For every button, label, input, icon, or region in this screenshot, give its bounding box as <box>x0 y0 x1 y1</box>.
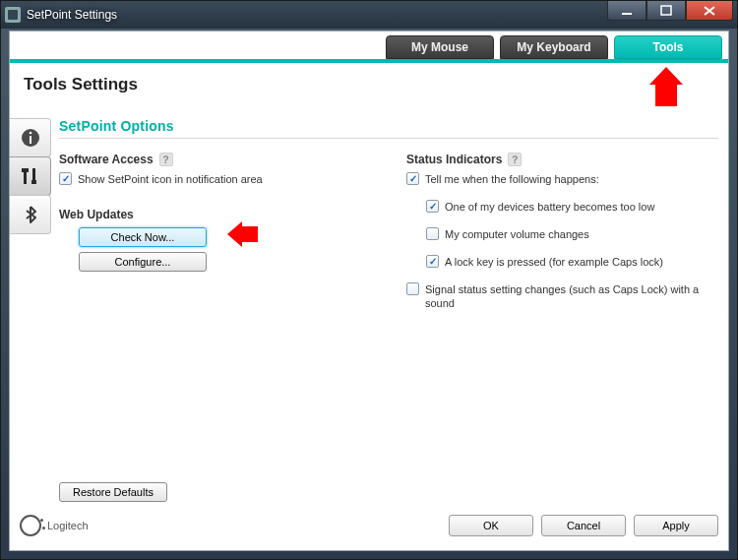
panel-subheading: SetPoint Options <box>59 118 718 134</box>
close-button[interactable] <box>686 1 733 21</box>
help-icon[interactable]: ? <box>159 153 173 166</box>
signal-label: Signal status setting changes (such as C… <box>425 282 718 310</box>
signal-checkbox[interactable] <box>406 282 419 295</box>
app-icon <box>5 7 21 23</box>
web-updates-heading: Web Updates <box>59 208 371 221</box>
show-tray-checkbox[interactable] <box>59 172 72 185</box>
window-frame: SetPoint Settings My Mouse My Keyboard T… <box>0 0 738 560</box>
show-tray-label: Show SetPoint icon in notification area <box>78 172 263 186</box>
volume-checkbox[interactable] <box>426 227 439 240</box>
tell-me-label: Tell me when the following happens: <box>425 172 599 186</box>
software-access-label: Software Access <box>59 153 154 166</box>
restore-defaults-button[interactable]: Restore Defaults <box>59 482 167 502</box>
battery-checkbox[interactable] <box>426 200 439 213</box>
tab-underline <box>10 59 728 63</box>
logo: Logitech <box>20 515 89 536</box>
client-area: My Mouse My Keyboard Tools Tools Setting… <box>9 31 729 551</box>
ok-button[interactable]: OK <box>449 515 533 536</box>
titlebar[interactable]: SetPoint Settings <box>1 1 737 29</box>
logo-text: Logitech <box>47 520 89 531</box>
left-column: Software Access ? Show SetPoint icon in … <box>59 149 371 314</box>
web-updates-label: Web Updates <box>59 208 134 221</box>
right-column: Status Indicators ? Tell me when the fol… <box>406 149 718 314</box>
svg-rect-0 <box>622 13 632 15</box>
divider <box>59 138 718 139</box>
svg-rect-8 <box>31 180 36 184</box>
software-access-heading: Software Access ? <box>59 153 371 166</box>
tab-my-mouse[interactable]: My Mouse <box>386 35 494 59</box>
logo-icon <box>20 515 41 536</box>
status-indicators-label: Status Indicators <box>406 153 502 166</box>
apply-button[interactable]: Apply <box>634 515 718 536</box>
side-tab-info[interactable] <box>10 118 51 157</box>
volume-label: My computer volume changes <box>445 227 589 241</box>
side-tab-tools[interactable] <box>10 156 51 196</box>
svg-rect-3 <box>30 136 31 144</box>
window-title: SetPoint Settings <box>27 8 117 22</box>
lock-label: A lock key is pressed (for example Caps … <box>445 255 663 269</box>
status-indicators-heading: Status Indicators ? <box>406 153 718 166</box>
svg-rect-1 <box>661 6 671 15</box>
tab-tools[interactable]: Tools <box>614 35 722 59</box>
side-tabstrip <box>10 118 51 233</box>
content-panel: SetPoint Options Software Access ? Show … <box>59 118 718 485</box>
tell-me-checkbox[interactable] <box>406 172 419 185</box>
svg-rect-6 <box>22 168 29 172</box>
svg-point-4 <box>29 132 31 135</box>
side-tab-bluetooth[interactable] <box>10 195 51 234</box>
top-tabstrip: My Mouse My Keyboard Tools <box>386 35 722 59</box>
maximize-button[interactable] <box>646 1 686 21</box>
footer: Logitech OK Cancel Apply <box>20 509 718 542</box>
callout-arrow-tools-tab <box>649 65 683 108</box>
check-now-button[interactable]: Check Now... <box>79 227 207 247</box>
minimize-button[interactable] <box>607 1 646 21</box>
battery-label: One of my devices battery becomes too lo… <box>445 200 654 214</box>
tab-my-keyboard[interactable]: My Keyboard <box>500 35 608 59</box>
lock-checkbox[interactable] <box>426 255 439 268</box>
page-title: Tools Settings <box>24 75 138 94</box>
configure-button[interactable]: Configure... <box>79 252 207 272</box>
cancel-button[interactable]: Cancel <box>541 515 626 536</box>
help-icon[interactable]: ? <box>508 153 522 166</box>
